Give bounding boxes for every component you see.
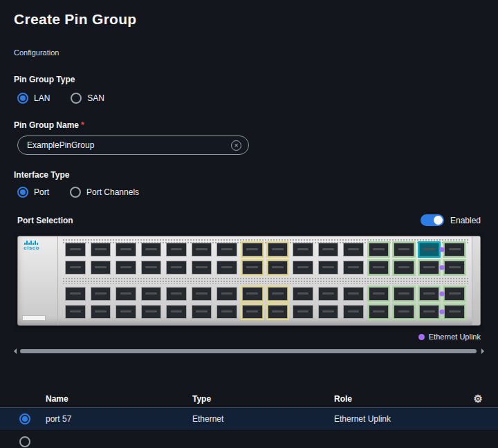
- port-cell[interactable]: [367, 241, 391, 258]
- port-cell[interactable]: [140, 304, 163, 320]
- port-slot: [192, 243, 212, 256]
- port-cell[interactable]: [367, 286, 391, 302]
- port-cell[interactable]: [190, 241, 214, 258]
- port-cell[interactable]: [114, 259, 138, 276]
- port-cell[interactable]: [392, 259, 416, 276]
- port-cell[interactable]: [89, 286, 113, 302]
- port-cell[interactable]: [215, 259, 239, 276]
- horizontal-scrollbar[interactable]: [14, 348, 484, 354]
- port-cell[interactable]: [342, 241, 365, 258]
- port-cell[interactable]: [342, 259, 365, 276]
- port-cell[interactable]: [291, 286, 315, 302]
- port-cell[interactable]: [190, 304, 214, 320]
- port-cell[interactable]: [64, 304, 87, 320]
- enabled-toggle[interactable]: [421, 214, 444, 226]
- pin-group-name-field: ✕: [17, 136, 249, 155]
- table-row[interactable]: [0, 431, 498, 448]
- scroll-right-arrow-icon[interactable]: [481, 348, 484, 354]
- port-cell[interactable]: [392, 304, 416, 320]
- port-slot: [318, 287, 339, 301]
- port-cell[interactable]: [418, 241, 441, 258]
- row-radio[interactable]: [19, 436, 30, 447]
- row-radio[interactable]: [19, 413, 30, 424]
- port-cell[interactable]: [89, 241, 113, 258]
- port-cell[interactable]: [89, 259, 113, 276]
- port-cell[interactable]: [114, 241, 138, 258]
- port-cell[interactable]: [342, 286, 365, 302]
- port-cell[interactable]: [443, 304, 466, 320]
- scrollbar-track[interactable]: [20, 348, 478, 354]
- radio-port-icon[interactable]: [17, 187, 28, 198]
- port-cell[interactable]: [266, 241, 290, 258]
- port-bank-top: [64, 241, 466, 276]
- port-cell[interactable]: [266, 259, 290, 276]
- port-cell[interactable]: [89, 304, 113, 320]
- port-cell[interactable]: [367, 304, 391, 320]
- radio-san-label: SAN: [87, 93, 104, 103]
- port-cell[interactable]: [443, 241, 466, 258]
- port-cell[interactable]: [291, 304, 315, 320]
- port-slot: [394, 243, 414, 256]
- radio-port[interactable]: Port: [17, 187, 49, 198]
- port-cell[interactable]: [241, 286, 264, 302]
- radio-lan-icon[interactable]: [17, 93, 28, 104]
- port-cell[interactable]: [165, 241, 188, 258]
- port-cell[interactable]: [215, 241, 239, 258]
- port-cell[interactable]: [140, 286, 163, 302]
- clear-input-icon[interactable]: ✕: [231, 140, 241, 151]
- port-selection-label: Port Selection: [17, 216, 73, 225]
- port-cell[interactable]: [392, 286, 416, 302]
- port-cell[interactable]: [114, 304, 138, 320]
- radio-san[interactable]: SAN: [71, 93, 104, 104]
- port-cell[interactable]: [241, 259, 264, 276]
- port-cell[interactable]: [64, 259, 87, 276]
- port-cell[interactable]: [317, 304, 340, 320]
- pin-group-name-label: Pin Group Name*: [14, 120, 498, 130]
- port-cell[interactable]: [443, 286, 466, 302]
- port-cell[interactable]: [317, 241, 340, 258]
- scrollbar-thumb[interactable]: [20, 349, 477, 353]
- port-cell[interactable]: [140, 241, 163, 258]
- port-cell[interactable]: [64, 241, 87, 258]
- port-cell[interactable]: [367, 259, 391, 276]
- radio-port-channels-icon[interactable]: [70, 187, 81, 198]
- scroll-left-arrow-icon[interactable]: [14, 348, 17, 354]
- port-cell[interactable]: [114, 286, 138, 302]
- port-slot: [65, 305, 86, 319]
- port-cell[interactable]: [140, 259, 163, 276]
- port-slot: [293, 243, 313, 256]
- port-cell[interactable]: [392, 241, 416, 258]
- port-cell[interactable]: [165, 286, 188, 302]
- table-row[interactable]: port 57EthernetEthernet Uplink: [0, 408, 498, 431]
- port-slot: [318, 243, 339, 256]
- port-cell[interactable]: [215, 286, 239, 302]
- port-cell[interactable]: [317, 286, 340, 302]
- port-cell[interactable]: [241, 241, 264, 258]
- port-slot: [65, 243, 86, 256]
- port-cell[interactable]: [165, 259, 188, 276]
- port-cell[interactable]: [418, 304, 441, 320]
- port-cell[interactable]: [266, 304, 290, 320]
- port-cell[interactable]: [291, 259, 315, 276]
- port-cell[interactable]: [266, 286, 290, 302]
- port-cell[interactable]: [342, 304, 365, 320]
- port-slot: [192, 287, 212, 301]
- radio-port-channels[interactable]: Port Channels: [70, 187, 139, 198]
- section-configuration: Configuration: [14, 48, 498, 57]
- radio-san-icon[interactable]: [71, 93, 82, 104]
- radio-lan[interactable]: LAN: [17, 93, 50, 104]
- port-slot: [444, 305, 465, 319]
- pin-group-name-input[interactable]: [27, 140, 231, 150]
- port-cell[interactable]: [190, 286, 214, 302]
- port-cell[interactable]: [443, 259, 466, 276]
- table-settings-gear-icon[interactable]: ⚙: [474, 393, 483, 404]
- port-cell[interactable]: [241, 304, 264, 320]
- port-cell[interactable]: [418, 259, 441, 276]
- port-cell[interactable]: [291, 241, 315, 258]
- port-cell[interactable]: [165, 304, 188, 320]
- port-cell[interactable]: [418, 286, 441, 302]
- port-cell[interactable]: [64, 286, 87, 302]
- port-cell[interactable]: [317, 259, 340, 276]
- port-cell[interactable]: [215, 304, 239, 320]
- port-cell[interactable]: [190, 259, 214, 276]
